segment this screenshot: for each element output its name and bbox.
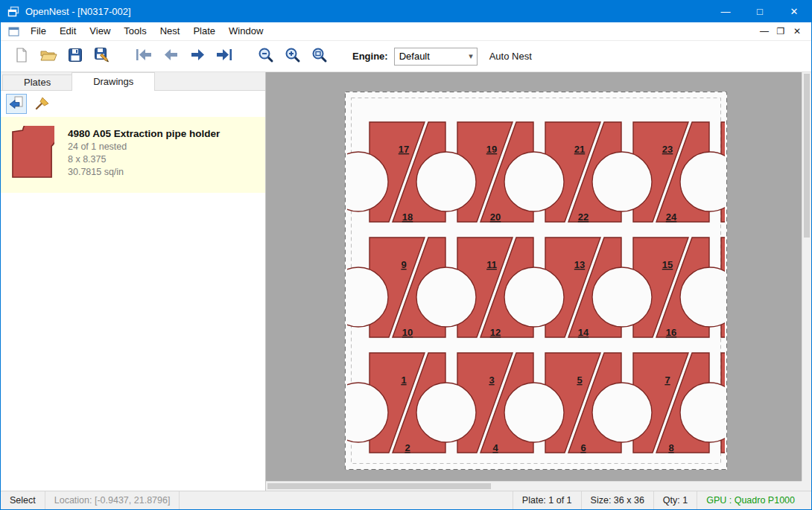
part-number-label: 2 <box>405 442 410 453</box>
mdi-restore-button[interactable]: ❐ <box>773 26 789 36</box>
part-notch <box>592 152 652 211</box>
menu-item-edit[interactable]: Edit <box>53 22 83 40</box>
part-number-label: 21 <box>574 144 585 155</box>
part-number-label: 17 <box>399 144 409 155</box>
document-icon <box>8 27 19 36</box>
engine-select[interactable]: Default ▾ <box>394 48 478 66</box>
main-toolbar: Engine: Default ▾ Auto Nest <box>1 41 811 72</box>
horizontal-scrollbar[interactable] <box>266 481 802 491</box>
zoom-out-icon <box>258 47 274 66</box>
menu-item-window[interactable]: Window <box>222 22 270 40</box>
part-number-label: 14 <box>578 327 589 338</box>
drawings-toolbar <box>1 91 265 117</box>
drawing-nested-count: 24 of 1 nested <box>68 141 220 153</box>
new-file-icon <box>14 47 29 66</box>
sidebar: Plates Drawings <box>1 72 266 491</box>
vertical-scrollbar-thumb[interactable] <box>804 74 810 238</box>
blue-arrow-page-icon <box>9 95 24 113</box>
menu-item-nest[interactable]: Nest <box>153 22 187 40</box>
part-number-label: 15 <box>662 259 673 270</box>
drawing-size: 8 x 8.375 <box>68 153 220 166</box>
minimize-button[interactable]: — <box>708 0 743 22</box>
new-button[interactable] <box>8 44 35 69</box>
zoom-out-button[interactable] <box>253 44 279 69</box>
next-arrow-icon <box>190 48 206 65</box>
mdi-close-button[interactable]: ✕ <box>789 26 805 36</box>
save-icon <box>68 48 83 66</box>
save-button[interactable] <box>62 44 89 69</box>
app-icon <box>7 6 19 17</box>
part-number-label: 24 <box>666 211 677 223</box>
engine-label: Engine: <box>352 51 388 62</box>
part-number-label: 11 <box>486 259 497 270</box>
part-number-label: 10 <box>402 327 413 338</box>
scrollbar-corner <box>802 481 811 491</box>
chevron-down-icon: ▾ <box>469 51 473 61</box>
sidebar-tabstrip: Plates Drawings <box>1 72 265 91</box>
send-to-plates-button[interactable] <box>6 94 27 114</box>
menu-item-plate[interactable]: Plate <box>186 22 222 40</box>
part-notch <box>504 152 564 211</box>
mdi-minimize-button[interactable]: — <box>756 26 773 36</box>
clear-nest-button[interactable] <box>32 94 53 114</box>
save-edit-icon <box>94 47 110 66</box>
status-plate: Plate: 1 of 1 <box>513 491 581 509</box>
plate[interactable]: 171921231820222491113151012141613572468 <box>345 92 727 470</box>
menu-bar: File Edit View Tools Nest Plate Window —… <box>1 22 811 41</box>
part-number-label: 9 <box>401 259 406 270</box>
open-folder-icon <box>40 48 57 65</box>
menu-item-view[interactable]: View <box>83 22 117 40</box>
maximize-button[interactable]: □ <box>743 0 777 22</box>
app-window: OpenNest - [N0317-002] — □ ✕ File Edit V… <box>0 0 812 510</box>
status-qty: Qty: 1 <box>653 491 697 509</box>
drawing-title: 4980 A05 Extraction pipe holder <box>68 127 220 141</box>
part-notch <box>416 152 476 211</box>
zoom-fit-icon <box>311 47 328 66</box>
part-number-label: 22 <box>578 211 589 223</box>
close-button[interactable]: ✕ <box>777 0 811 22</box>
part-number-label: 18 <box>402 211 413 223</box>
tab-plates[interactable]: Plates <box>2 74 72 90</box>
part-number-label: 1 <box>401 374 406 386</box>
part-number-label: 5 <box>577 374 582 386</box>
next-plate-button[interactable] <box>184 44 211 69</box>
zoom-in-button[interactable] <box>279 44 306 69</box>
window-title: OpenNest - [N0317-002] <box>25 6 131 17</box>
zoom-fit-button[interactable] <box>306 44 333 69</box>
nest-canvas[interactable]: 171921231820222491113151012141613572468 <box>266 72 811 491</box>
drawing-list-item[interactable]: 4980 A05 Extraction pipe holder 24 of 1 … <box>1 117 265 193</box>
part-thumbnail <box>11 126 54 184</box>
open-button[interactable] <box>35 44 62 69</box>
last-arrow-icon <box>216 48 232 65</box>
part-number-label: 20 <box>490 211 501 223</box>
part-number-label: 7 <box>664 374 670 386</box>
first-plate-button[interactable] <box>130 44 157 69</box>
part-number-label: 3 <box>489 374 494 386</box>
part-number-label: 13 <box>574 259 585 270</box>
part-number-label: 8 <box>668 442 673 453</box>
vertical-scrollbar[interactable] <box>802 72 811 481</box>
tab-drawings[interactable]: Drawings <box>72 72 155 91</box>
previous-plate-button[interactable] <box>157 44 184 69</box>
status-bar: Select Location: [-0.9437, 21.8796] Plat… <box>1 491 811 509</box>
part-notch <box>504 267 564 327</box>
engine-selected-value: Default <box>399 51 430 62</box>
title-bar: OpenNest - [N0317-002] — □ ✕ <box>1 0 811 22</box>
part-notch <box>416 267 476 327</box>
part-notch <box>504 383 564 442</box>
part-number-label: 23 <box>662 144 673 155</box>
save-as-button[interactable] <box>89 44 115 69</box>
status-location: Location: [-0.9437, 21.8796] <box>45 491 180 509</box>
part-number-label: 12 <box>490 327 501 338</box>
part-number-label: 19 <box>486 144 497 155</box>
menu-item-file[interactable]: File <box>24 22 53 40</box>
status-size: Size: 36 x 36 <box>581 491 653 509</box>
previous-arrow-icon <box>163 48 179 65</box>
part-notch <box>592 267 652 327</box>
auto-nest-toggle[interactable]: Auto Nest <box>489 51 532 62</box>
part-notch <box>592 383 652 442</box>
last-plate-button[interactable] <box>211 44 238 69</box>
horizontal-scrollbar-thumb[interactable] <box>267 483 491 489</box>
status-gpu: GPU : Quadro P1000 <box>697 491 804 509</box>
menu-item-tools[interactable]: Tools <box>117 22 153 40</box>
